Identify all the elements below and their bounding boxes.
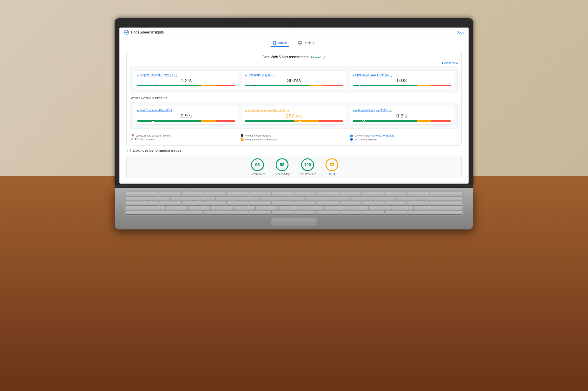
key-equals xyxy=(396,197,418,200)
key-x xyxy=(204,211,226,214)
key-7 xyxy=(284,197,305,200)
accessibility-label: Accessibility xyxy=(275,173,290,176)
wifi-icon: 📶 xyxy=(241,138,244,141)
key-enter xyxy=(414,206,462,210)
key-delete xyxy=(430,192,462,196)
tab-mobile-label: Mobile xyxy=(278,41,287,45)
key-minus xyxy=(373,197,395,200)
key-period xyxy=(362,211,384,214)
key-f12 xyxy=(407,192,429,196)
performance-value: 93 xyxy=(255,162,260,167)
key-f3 xyxy=(204,192,226,196)
cls-value: 0.03 xyxy=(353,78,451,84)
footer-item-devices: 📱 Various mobile devices xyxy=(241,134,347,137)
key-f6 xyxy=(272,192,294,196)
key-v xyxy=(249,211,271,214)
key-d xyxy=(211,206,233,210)
key-r xyxy=(227,201,249,205)
footer-item-visit: ⏱ Full visit durations xyxy=(131,138,238,141)
key-k xyxy=(324,206,346,210)
cwv-section: Core Web Vitals assessment: Passed i Exp… xyxy=(126,52,462,146)
psi-title: PageSpeed Insights xyxy=(131,30,164,34)
key-1 xyxy=(148,197,170,200)
key-w xyxy=(182,201,204,205)
diagnose-title: Diagnose performance issues xyxy=(133,148,181,153)
key-bracket-l xyxy=(385,201,406,205)
fcp-bar-indicator xyxy=(152,119,154,122)
ttfb-bar-indicator xyxy=(362,119,365,122)
key-backtick xyxy=(126,197,148,200)
fid-label[interactable]: First Input Delay (FID) xyxy=(245,73,343,77)
key-f5 xyxy=(249,192,271,196)
keyboard-area xyxy=(124,191,464,216)
footer-info: 📅 Latest 28-day collection period ⏱ Full… xyxy=(130,132,458,143)
tab-desktop[interactable]: Desktop xyxy=(296,40,317,47)
footer-item-network: 📶 Various network connections xyxy=(241,138,347,141)
key-f9 xyxy=(339,192,361,196)
key-g xyxy=(256,206,278,210)
key-u xyxy=(294,201,316,205)
psi-header: PageSpeed Insights Docs xyxy=(120,27,468,37)
fcp-label[interactable]: First Contentful Paint (FCP) xyxy=(137,109,235,112)
key-slash xyxy=(385,211,407,214)
metric-fid: First Input Delay (FID) 36 ms xyxy=(242,70,346,89)
fcp-value: 0.9 s xyxy=(137,113,235,119)
key-row-1 xyxy=(126,192,462,196)
inp-label[interactable]: ■ Interaction to Next Paint (INP) ▲ xyxy=(245,109,343,112)
docs-link[interactable]: Docs xyxy=(457,30,464,34)
lcp-bar-indicator xyxy=(157,84,159,87)
key-9 xyxy=(328,197,350,200)
cwv-status: Passed xyxy=(311,56,321,59)
psi-logo: PageSpeed Insights xyxy=(124,30,164,35)
cls-label[interactable]: Cumulative Layout Shift (CLS) xyxy=(353,73,451,77)
key-shift-l xyxy=(126,211,181,214)
key-row-2 xyxy=(126,197,462,200)
inp-bar-indicator xyxy=(299,119,301,122)
ttfb-label[interactable]: ● Time to First Byte (TTFB) ▲ xyxy=(353,109,451,112)
expand-view[interactable]: Expand view xyxy=(130,62,458,65)
lcp-value: 1.2 s xyxy=(137,78,235,84)
tab-mobile[interactable]: Mobile xyxy=(271,40,289,47)
browser-content: PageSpeed Insights Docs Mobile xyxy=(120,27,468,184)
footer-item-samples: 👥 Many samples (Chrome UX Report) xyxy=(350,134,457,137)
best-practices-value: 100 xyxy=(304,162,311,167)
cls-bar xyxy=(353,85,451,86)
svg-rect-4 xyxy=(298,42,302,44)
key-c xyxy=(226,211,248,214)
key-bracket-r xyxy=(407,201,429,205)
key-quote xyxy=(391,206,413,210)
key-2 xyxy=(171,197,193,200)
scores-container: 93 Performance 98 Accessibility xyxy=(126,156,462,178)
score-performance[interactable]: 93 Performance xyxy=(250,158,266,176)
crux-link[interactable]: Chrome UX Report xyxy=(372,134,394,137)
inp-value: 287 ms xyxy=(245,113,343,119)
seo-label: SEO xyxy=(329,173,335,176)
key-backslash xyxy=(430,201,462,205)
key-backspace xyxy=(419,197,462,200)
cwv-header: Core Web Vitals assessment: Passed i xyxy=(130,55,458,59)
fcp-bar xyxy=(137,120,235,122)
lcp-label[interactable]: Largest Contentful Paint (LCP) xyxy=(137,73,235,77)
svg-point-3 xyxy=(274,44,275,44)
key-e xyxy=(204,201,226,205)
key-n xyxy=(294,211,316,214)
key-6 xyxy=(261,197,283,200)
laptop-hinge xyxy=(115,186,473,188)
metric-lcp: Largest Contentful Paint (LCP) 1.2 s xyxy=(134,70,238,89)
score-seo[interactable]: 83 SEO xyxy=(325,158,338,176)
key-l xyxy=(346,206,368,210)
key-f7 xyxy=(294,192,316,196)
key-f10 xyxy=(362,192,384,196)
score-accessibility[interactable]: 98 Accessibility xyxy=(275,158,290,176)
key-b xyxy=(272,211,294,214)
trackpad[interactable] xyxy=(271,218,317,226)
key-semicolon xyxy=(369,206,391,210)
key-f2 xyxy=(182,192,204,196)
metric-inp: ■ Interaction to Next Paint (INP) ▲ 287 … xyxy=(242,106,346,125)
ttfb-bar xyxy=(353,120,451,122)
footer-col-3: 👥 Many samples (Chrome UX Report) 🔵 All … xyxy=(350,134,457,141)
cwv-info-icon[interactable]: i xyxy=(323,56,326,59)
score-best-practices[interactable]: 100 Best Practices xyxy=(299,158,316,176)
cwv-title-prefix: Core Web Vitals assessment: xyxy=(262,55,310,59)
footer-col-2: 📱 Various mobile devices 📶 Various netwo… xyxy=(241,134,347,141)
